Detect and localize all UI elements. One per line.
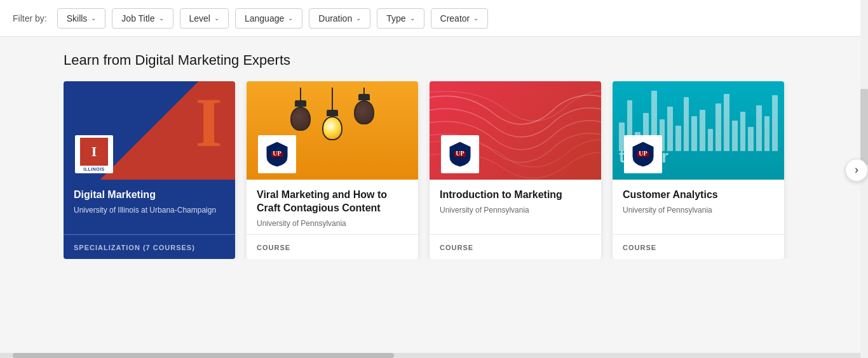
- horizontal-scrollbar-track[interactable]: [0, 353, 868, 358]
- card-footer-3: COURSE: [430, 234, 601, 259]
- penn-shield-icon: UP: [265, 140, 289, 168]
- card-image-4: tomer UP: [613, 81, 784, 180]
- bar: [700, 110, 705, 151]
- card-bg-illinois: I ILLINOIS: [64, 81, 235, 180]
- penn-shield-icon-4: UP: [631, 140, 655, 168]
- filter-job-title[interactable]: Job Title ⌄: [112, 8, 173, 29]
- bulb-globe-2: [322, 116, 342, 140]
- card-type-1: SPECIALIZATION (7 COURSES): [74, 244, 195, 251]
- filter-creator-label: Creator: [440, 13, 470, 23]
- chevron-down-icon: ⌄: [159, 15, 164, 22]
- cards-row: I ILLINOIS Digital Marketing University …: [64, 81, 813, 259]
- card-customer-analytics[interactable]: tomer UP Customer Analytics University o…: [613, 81, 784, 259]
- filter-level[interactable]: Level ⌄: [180, 8, 229, 29]
- chevron-down-icon: ⌄: [91, 15, 96, 22]
- bar: [667, 107, 673, 151]
- bar: [684, 97, 689, 151]
- card-type-4: COURSE: [623, 244, 656, 251]
- card-image-2: UP: [247, 81, 418, 180]
- bar: [764, 116, 770, 151]
- next-arrow-icon: ›: [855, 163, 858, 176]
- svg-text:UP: UP: [639, 150, 647, 157]
- bulb-wire-2: [332, 88, 333, 110]
- next-button[interactable]: ›: [845, 159, 868, 182]
- bar: [756, 105, 762, 151]
- illinois-i-letter: I: [92, 143, 97, 160]
- card-intro-marketing[interactable]: UP Introduction to Marketing University …: [430, 81, 601, 259]
- card-body-3: Introduction to Marketing University of …: [430, 180, 601, 234]
- card-bg-viral: UP: [247, 81, 418, 180]
- penn-logo-4: UP: [624, 135, 662, 173]
- card-title-4: Customer Analytics: [623, 189, 774, 202]
- card-image-1: I ILLINOIS: [64, 81, 235, 180]
- card-body-2: Viral Marketing and How to Craft Contagi…: [247, 180, 418, 234]
- card-title-1: Digital Marketing: [74, 189, 225, 202]
- chevron-down-icon: ⌄: [410, 15, 415, 22]
- card-viral-marketing[interactable]: UP Viral Marketing and How to Craft Cont…: [247, 81, 418, 259]
- bulb-cap-3: [358, 94, 370, 100]
- bar: [740, 112, 746, 151]
- bulb-globe-3: [354, 100, 374, 124]
- bulb-cap-1: [295, 100, 306, 107]
- chevron-down-icon: ⌄: [356, 15, 361, 22]
- bulb-3: [354, 88, 374, 140]
- chevron-down-icon: ⌄: [214, 15, 219, 22]
- filter-bar: Filter by: Skills ⌄ Job Title ⌄ Level ⌄ …: [0, 0, 868, 37]
- card-type-3: COURSE: [440, 244, 473, 251]
- filter-job-title-label: Job Title: [121, 13, 154, 23]
- penn-logo-3: UP: [441, 135, 479, 173]
- bar: [715, 103, 721, 151]
- bar: [708, 129, 714, 151]
- chevron-down-icon: ⌄: [288, 15, 293, 22]
- illinois-logo-inner: I: [80, 138, 108, 166]
- filter-type[interactable]: Type ⌄: [377, 8, 424, 29]
- bulb-wire-3: [363, 88, 365, 94]
- cards-wrapper: I ILLINOIS Digital Marketing University …: [64, 81, 855, 259]
- bulb-1: [290, 88, 311, 140]
- bulb-container: [290, 81, 374, 140]
- card-footer-4: COURSE: [613, 234, 784, 259]
- card-digital-marketing[interactable]: I ILLINOIS Digital Marketing University …: [64, 81, 235, 259]
- main-section: Learn from Digital Marketing Experts I I…: [0, 37, 868, 259]
- filter-by-label: Filter by:: [13, 13, 47, 23]
- card-type-2: COURSE: [257, 244, 290, 251]
- bulb-cap-2: [327, 110, 338, 116]
- card-footer-1: SPECIALIZATION (7 COURSES): [64, 234, 235, 259]
- horizontal-scrollbar-thumb[interactable]: [13, 353, 394, 358]
- svg-text:UP: UP: [273, 150, 281, 157]
- card-university-3: University of Pennsylvania: [440, 206, 591, 215]
- bar: [724, 94, 729, 151]
- filter-creator[interactable]: Creator ⌄: [431, 8, 489, 29]
- illinois-logo-text: ILLINOIS: [83, 167, 105, 171]
- bulb-globe-1: [290, 107, 311, 131]
- bar: [675, 126, 681, 151]
- bar: [691, 116, 697, 151]
- filter-duration[interactable]: Duration ⌄: [309, 8, 370, 29]
- card-university-2: University of Pennsylvania: [257, 219, 408, 228]
- filter-skills-label: Skills: [67, 13, 88, 23]
- card-bg-intro: UP: [430, 81, 601, 180]
- section-title: Learn from Digital Marketing Experts: [64, 52, 855, 69]
- card-university-1: University of Illinois at Urbana-Champai…: [74, 206, 225, 215]
- card-body-1: Digital Marketing University of Illinois…: [64, 180, 235, 234]
- bar: [748, 127, 754, 151]
- card-bg-analytics: tomer UP: [613, 81, 784, 180]
- bar: [772, 95, 778, 151]
- illinois-logo: I ILLINOIS: [75, 135, 113, 173]
- bulb-2: [322, 88, 342, 140]
- card-title-2: Viral Marketing and How to Craft Contagi…: [257, 189, 408, 215]
- filter-duration-label: Duration: [318, 13, 352, 23]
- filter-skills[interactable]: Skills ⌄: [57, 8, 106, 29]
- filter-language[interactable]: Language ⌄: [235, 8, 302, 29]
- vertical-scrollbar-thumb[interactable]: [860, 89, 868, 165]
- card-body-4: Customer Analytics University of Pennsyl…: [613, 180, 784, 234]
- card-footer-2: COURSE: [247, 234, 418, 259]
- filter-type-label: Type: [386, 13, 405, 23]
- penn-logo-2: UP: [258, 135, 296, 173]
- filter-language-label: Language: [245, 13, 284, 23]
- filter-level-label: Level: [189, 13, 210, 23]
- card-university-4: University of Pennsylvania: [623, 206, 774, 215]
- penn-shield-icon-3: UP: [448, 140, 472, 168]
- svg-text:UP: UP: [456, 150, 464, 157]
- card-title-3: Introduction to Marketing: [440, 189, 591, 202]
